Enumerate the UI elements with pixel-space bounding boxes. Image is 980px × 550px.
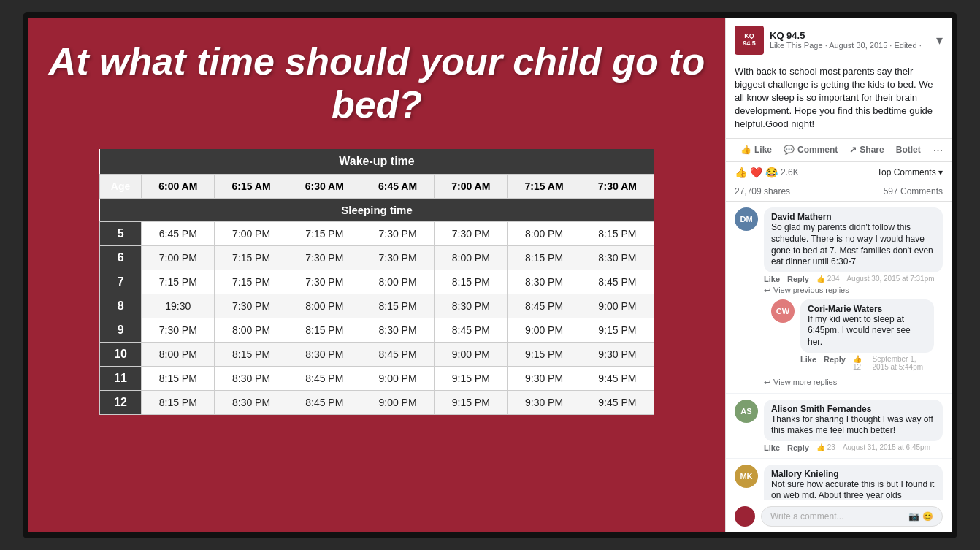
more-options-icon[interactable]: ⋯ <box>933 145 943 156</box>
top-comments-button[interactable]: Top Comments ▾ <box>877 167 943 177</box>
comment-button[interactable]: 💬 Comment <box>778 142 843 158</box>
like-label: Like <box>754 145 772 155</box>
sleep-time-cell: 8:00 PM <box>288 294 361 318</box>
wakeup-header: Wake-up time <box>100 149 654 175</box>
reply-author: Cori-Marie Waters <box>808 304 927 314</box>
sleep-time-cell: 8:45 PM <box>361 343 434 367</box>
sleep-time-cell: 8:45 PM <box>508 294 581 318</box>
post-options-button[interactable]: ▾ <box>936 32 943 48</box>
table-row: 56:45 PM7:00 PM7:15 PM7:30 PM7:30 PM8:00… <box>100 222 654 246</box>
wakeup-time-cell: 7:00 AM <box>435 175 508 199</box>
fb-actions-bar: 👍 Like 💬 Comment ↗ Share Botlet ⋯ <box>726 138 952 161</box>
sleep-time-cell: 9:00 PM <box>508 318 581 343</box>
fb-post-header: KQ94.5 KQ 94.5 Like This Page · August 3… <box>726 18 952 163</box>
sleep-time-cell: 7:30 PM <box>361 246 434 270</box>
comments-count: 597 Comments <box>884 186 943 196</box>
comment-label: Comment <box>797 145 838 155</box>
fb-post-text: With back to school most parents say the… <box>735 59 943 139</box>
comment-author: Alison Smith Fernandes <box>771 404 935 414</box>
sleep-time-cell: 7:15 PM <box>215 246 288 270</box>
left-panel: At what time should your child go to bed… <box>28 18 725 532</box>
sleep-time-cell: 8:15 PM <box>361 294 434 318</box>
sleep-time-cell: 9:30 PM <box>581 343 654 367</box>
sleep-time-cell: 8:45 PM <box>288 367 361 391</box>
comment-date: August 31, 2015 at 6:45pm <box>843 443 930 452</box>
like-button[interactable]: 👍 Like <box>735 142 778 158</box>
wakeup-time-cell: 6:30 AM <box>288 175 361 199</box>
view-more-replies[interactable]: ↩ View more replies <box>735 378 943 387</box>
age-cell: 8 <box>100 294 142 318</box>
table-row: 108:00 PM8:15 PM8:30 PM8:45 PM9:00 PM9:1… <box>100 343 654 367</box>
age-cell: 11 <box>100 367 142 391</box>
sleep-time-cell: 8:15 PM <box>288 318 361 343</box>
sleep-time-cell: 9:00 PM <box>361 391 434 415</box>
sleep-time-cell: 8:30 PM <box>288 343 361 367</box>
sleep-time-cell: 8:00 PM <box>508 222 581 246</box>
reply-action-reply[interactable]: Reply <box>824 355 846 371</box>
fb-comments-section: DM David Mathern So glad my parents didn… <box>726 202 952 532</box>
sleep-time-cell: 7:30 PM <box>435 222 508 246</box>
sleeping-header: Sleeping time <box>100 199 654 222</box>
wakeup-time-cell: 6:00 AM <box>142 175 215 199</box>
post-date: August 30, 2015 · Edited · <box>829 41 922 50</box>
comment-avatar: DM <box>735 207 758 231</box>
sleep-time-cell: 9:00 PM <box>581 294 654 318</box>
sleep-time-cell: 9:15 PM <box>581 318 654 343</box>
age-cell: 5 <box>100 222 142 246</box>
fb-shares-row: 27,709 shares 597 Comments <box>726 183 952 202</box>
comment-action-reply[interactable]: Reply <box>787 443 809 452</box>
thumbs-up-icon: 👍 <box>740 145 751 155</box>
sleep-time-cell: 8:00 PM <box>215 318 288 343</box>
like-this-page[interactable]: Like This Page <box>770 41 823 50</box>
share-icon: ↗ <box>849 145 857 155</box>
comment-action-reply[interactable]: Reply <box>787 275 809 283</box>
view-more-text: View more replies <box>773 378 837 386</box>
share-button[interactable]: ↗ Share <box>843 142 889 158</box>
sleep-time-cell: 8:15 PM <box>581 222 654 246</box>
camera-icon[interactable]: 📷 <box>908 511 919 522</box>
comment-action-like[interactable]: Like <box>764 443 780 452</box>
sleep-time-cell: 8:45 PM <box>288 391 361 415</box>
fb-page-name[interactable]: KQ 94.5 <box>770 30 922 41</box>
table-row: 97:30 PM8:00 PM8:15 PM8:30 PM8:45 PM9:00… <box>100 318 654 343</box>
sleep-time-cell: 7:30 PM <box>288 246 361 270</box>
sleep-time-cell: 9:15 PM <box>508 343 581 367</box>
sleep-time-cell: 8:15 PM <box>142 391 215 415</box>
sleep-time-cell: 8:00 PM <box>142 343 215 367</box>
comment-bubble: Alison Smith Fernandes Thanks for sharin… <box>764 400 943 441</box>
comment-actions: LikeReply 👍 23 August 31, 2015 at 6:45pm <box>735 443 943 452</box>
comment-header: DM David Mathern So glad my parents didn… <box>735 207 943 272</box>
emoji-icon[interactable]: 😊 <box>922 511 933 522</box>
comment-input-box[interactable]: Write a comment... 📷 😊 <box>761 506 943 527</box>
sleep-time-cell: 8:30 PM <box>581 246 654 270</box>
age-cell: 12 <box>100 391 142 415</box>
sleep-time-cell: 8:30 PM <box>508 270 581 294</box>
headline: At what time should your child go to bed… <box>43 40 711 128</box>
comment-author: David Mathern <box>771 212 935 222</box>
age-column-header: Age <box>100 175 142 199</box>
comment-date: August 30, 2015 at 7:31pm <box>846 275 934 283</box>
sleep-time-cell: 8:00 PM <box>361 270 434 294</box>
sleep-time-cell: 9:00 PM <box>361 367 434 391</box>
sleep-table: Wake-up time Age6:00 AM6:15 AM6:30 AM6:4… <box>99 149 654 415</box>
sleep-time-cell: 9:00 PM <box>435 343 508 367</box>
botlet-button[interactable]: Botlet <box>890 142 927 158</box>
sleep-time-cell: 8:15 PM <box>142 367 215 391</box>
sleep-time-cell: 8:30 PM <box>361 318 434 343</box>
comment-action-like[interactable]: Like <box>764 275 780 283</box>
reply-bubble: Cori-Marie Waters If my kid went to slee… <box>800 299 934 353</box>
sleep-time-cell: 7:15 PM <box>215 270 288 294</box>
view-previous-replies[interactable]: ↩ View previous replies <box>735 286 943 295</box>
sleep-time-cell: 8:15 PM <box>435 270 508 294</box>
comment-author: Mallory Knieling <box>771 469 935 479</box>
fb-page-avatar: KQ94.5 <box>735 26 764 55</box>
fb-comment: AS Alison Smith Fernandes Thanks for sha… <box>726 394 952 459</box>
sleep-time-cell: 6:45 PM <box>142 222 215 246</box>
sleep-time-cell: 9:45 PM <box>581 367 654 391</box>
sleep-time-cell: 9:30 PM <box>508 391 581 415</box>
wakeup-time-cell: 6:15 AM <box>215 175 288 199</box>
reactions-left[interactable]: 👍 ❤️ 😂 2.6K <box>735 167 799 178</box>
reply-action-like[interactable]: Like <box>800 355 816 371</box>
shares-count: 27,709 shares <box>735 186 790 196</box>
fb-reactions-row: 👍 ❤️ 😂 2.6K Top Comments ▾ <box>726 162 952 183</box>
